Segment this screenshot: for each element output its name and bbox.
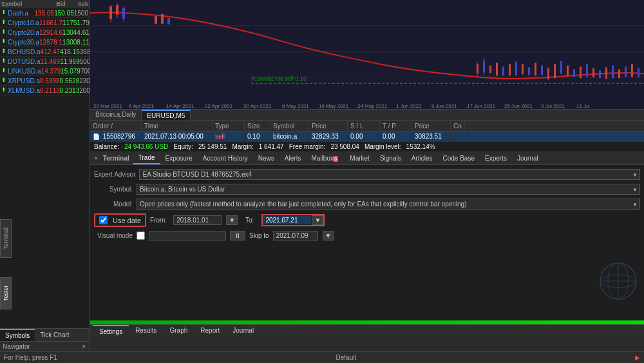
tab-exposure[interactable]: Exposure <box>160 153 198 164</box>
svg-rect-38 <box>625 66 627 77</box>
header-price: Price <box>309 121 348 131</box>
tab-experts[interactable]: Experts <box>480 153 512 164</box>
tester-tab-journal[interactable]: Journal <box>226 325 260 337</box>
tab-journal[interactable]: Journal <box>512 153 544 164</box>
tab-signals[interactable]: Signals <box>375 153 406 164</box>
svg-text:11 Ju: 11 Ju <box>576 103 589 109</box>
svg-rect-29 <box>567 65 569 75</box>
order-sl: 0.00 <box>348 132 380 141</box>
tab-articles[interactable]: Articles <box>406 153 438 164</box>
side-tester-tab[interactable]: Tester <box>0 277 12 309</box>
from-label: From: <box>150 217 167 224</box>
svg-text:16 May 2021: 16 May 2021 <box>319 103 349 109</box>
header-sl: S / L <box>348 121 380 131</box>
tester-panel: Expert Advisor EA Studio BTCUSD D1 48765… <box>90 165 644 320</box>
navigator-bar: Navigator × <box>0 341 90 351</box>
svg-rect-10 <box>155 16 157 24</box>
svg-rect-0 <box>90 0 644 109</box>
model-row: Model: Open prices only (fastest method … <box>94 199 640 210</box>
svg-text:17 Jun 2021: 17 Jun 2021 <box>467 103 496 109</box>
use-date-box: Use date <box>94 213 146 227</box>
symbol-label: Symbol: <box>94 186 133 193</box>
symbol-row-dash.a[interactable]: ⬆ Dash.a 135.05 150.05 1500 <box>0 8 90 18</box>
chart-tab-bitcoin-daily[interactable]: Bitcoin.a,Daily <box>90 110 142 121</box>
svg-text:6 Apr 2021: 6 Apr 2021 <box>129 103 154 109</box>
use-date-checkbox[interactable] <box>99 216 108 224</box>
navigator-label: Navigator <box>3 343 30 350</box>
visual-mode-row: Visual mode ⏸ Skip to ▼ <box>94 231 640 240</box>
equity-value: 25 149.51 <box>198 143 227 150</box>
svg-text:#155082796 sell 0.10: #155082796 sell 0.10 <box>251 75 307 82</box>
svg-rect-20 <box>509 64 511 75</box>
skip-to-label: Skip to <box>249 232 269 239</box>
svg-text:29 Mar 2021: 29 Mar 2021 <box>93 103 122 109</box>
terminal-close-btn[interactable]: × <box>93 155 99 162</box>
header-tp: T / P <box>380 121 412 131</box>
tab-alerts[interactable]: Alerts <box>279 153 307 164</box>
svg-point-58 <box>608 263 629 299</box>
margin-label: Margin: <box>232 143 253 150</box>
symbol-row-crypto20.a[interactable]: ⬆ Crypto20.a 12914.6 13044.6 1300 <box>0 28 90 37</box>
pause-button[interactable]: ⏸ <box>230 231 245 240</box>
margin-level-value: 1532.14% <box>406 143 435 150</box>
svg-text:9 Jun 2021: 9 Jun 2021 <box>431 103 457 109</box>
model-select[interactable]: Open prices only (fastest method to anal… <box>137 199 640 210</box>
symbol-row-linkusd.a[interactable]: ⬆ LINKUSD.a 14.379 15.079 700 <box>0 66 90 76</box>
svg-rect-36 <box>612 65 614 78</box>
symbol-row-xlmusd.a[interactable]: ⬆ XLMUSD.a 0.2113 0.2313 200 <box>0 86 90 95</box>
svg-rect-26 <box>547 68 549 79</box>
tab-market[interactable]: Market <box>345 153 375 164</box>
status-bar: For Help, press F1 Default ▶ <box>0 351 644 363</box>
skip-to-dropdown[interactable]: ▼ <box>323 231 334 240</box>
ea-select[interactable]: EA Studio BTCUSD D1 48765275.ex4 <box>139 169 640 180</box>
svg-text:30 Apr 2021: 30 Apr 2021 <box>243 103 272 109</box>
symbol-rows: ⬆ Dash.a 135.05 150.05 1500 ⬆ Crypto10.a… <box>0 8 90 95</box>
symbol-select[interactable]: Bitcoin.a, Bitcoin vs US Dollar <box>137 184 640 195</box>
symbol-row: Symbol: Bitcoin.a, Bitcoin vs US Dollar <box>94 184 640 195</box>
terminal-label: Terminal <box>99 153 133 163</box>
tab-trade[interactable]: Trade <box>133 152 160 164</box>
header-symbol: Symbol <box>270 121 309 131</box>
tab-news[interactable]: News <box>253 153 279 164</box>
tab-code-base[interactable]: Code Base <box>438 153 480 164</box>
symbol-row-xrpusd.a[interactable]: ⬆ XRPUSD.a 0.5398 0.5628 230 <box>0 76 90 86</box>
left-panel: Symbol Bid Ask ⬆ Dash.a 135.05 150.05 15… <box>0 0 90 363</box>
tab-symbols[interactable]: Symbols <box>0 329 35 341</box>
header-co: Co <box>451 121 465 131</box>
tab-tick-chart[interactable]: Tick Chart <box>35 329 74 341</box>
symbol-row-dotusd.a[interactable]: ⬆ DOTUSD.a 11.469 11.969 500 <box>0 57 90 66</box>
symbol-row-crypto30.a[interactable]: ⬆ Crypto30.a 12878.1 13008.1 1300 <box>0 37 90 47</box>
order-row[interactable]: 📄 155082796 2021.07.13 00:05:00 sell 0.1… <box>90 132 644 142</box>
side-terminal-tab[interactable]: Terminal <box>0 219 12 258</box>
to-date-input[interactable] <box>263 216 311 224</box>
svg-text:1 Jun 2021: 1 Jun 2021 <box>396 103 422 109</box>
symbol-row-bchusd.a[interactable]: ⬆ BCHUSD.a 412.47 416.15 368 <box>0 47 90 57</box>
skip-to-input[interactable] <box>273 231 318 240</box>
symbol-row-crypto10.a[interactable]: ⬆ Crypto10.a 11661.7 11751.7 900 <box>0 18 90 28</box>
svg-text:24 May 2021: 24 May 2021 <box>357 103 388 109</box>
tester-tab-settings[interactable]: Settings <box>93 325 129 337</box>
tester-tab-results[interactable]: Results <box>129 325 163 337</box>
svg-rect-18 <box>496 63 498 75</box>
youtube-icon: ▶ <box>635 354 640 361</box>
order-table-header: Order / Time Type Size Symbol Price S / … <box>90 121 644 132</box>
equity-label: Equity: <box>173 143 193 150</box>
svg-rect-21 <box>515 61 517 75</box>
tab-mailbox[interactable]: Mailbox6 <box>306 153 345 164</box>
tester-tab-graph[interactable]: Graph <box>164 325 194 337</box>
order-table: Order / Time Type Size Symbol Price S / … <box>90 121 644 142</box>
from-date-dropdown[interactable]: ▼ <box>226 215 238 225</box>
chart-tab-eurusd-m5[interactable]: EURUSD,M5 <box>142 110 191 121</box>
visual-mode-checkbox[interactable] <box>137 231 145 240</box>
navigator-close[interactable]: × <box>80 343 87 350</box>
svg-rect-31 <box>580 66 582 78</box>
tab-account-history[interactable]: Account History <box>198 153 253 164</box>
from-date-input[interactable] <box>173 215 222 225</box>
balance-row: Balance: 24 943.66 USD Equity: 25 149.51… <box>90 142 644 152</box>
svg-rect-40 <box>638 68 639 77</box>
header-order: Order / <box>90 121 142 131</box>
header-time: Time <box>142 121 213 131</box>
order-time: 2021.07.13 00:05:00 <box>142 132 213 141</box>
tester-tab-report[interactable]: Report <box>194 325 226 337</box>
to-date-dropdown[interactable]: ▼ <box>312 215 323 225</box>
